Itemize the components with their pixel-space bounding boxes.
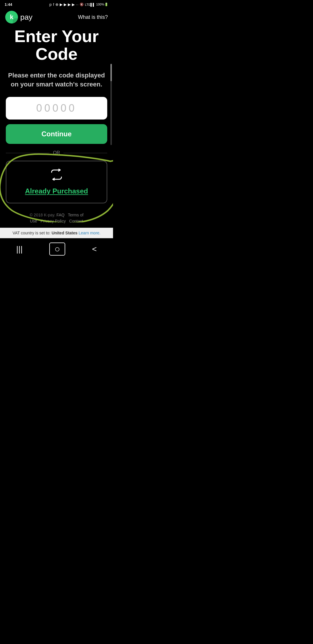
vat-country: United States <box>52 231 77 235</box>
or-divider: OR <box>6 150 107 155</box>
youtube-icon-2: ▶ <box>64 2 67 7</box>
pinterest-icon: 𝕡 <box>49 2 52 7</box>
back-button[interactable]: < <box>86 243 103 255</box>
main-content: Enter Your Code Please enter the code di… <box>0 28 113 228</box>
circle-annotation <box>0 144 113 222</box>
scrollbar-track[interactable] <box>110 64 112 145</box>
page-subtitle: Please enter the code displayed on your … <box>6 71 107 89</box>
vat-prefix: VAT country is set to: <box>12 231 50 235</box>
footer-privacy-link[interactable]: Privacy Policy <box>41 219 66 223</box>
footer-copyright: © 2018 K-pay. <box>30 213 55 217</box>
bottom-nav-bar: ||| ○ < <box>0 238 113 261</box>
vat-banner: VAT country is set to: United States Lea… <box>0 228 113 238</box>
home-button[interactable]: ○ <box>49 243 65 256</box>
what-is-this-link[interactable]: What is this? <box>78 14 108 20</box>
already-purchased-link[interactable]: Already Purchased <box>25 187 88 195</box>
or-line-left <box>6 153 50 153</box>
code-input[interactable] <box>12 102 101 114</box>
repeat-icon <box>49 169 64 183</box>
youtube-icon-3: ▶ <box>68 2 71 7</box>
status-bar: 1:44 𝕡 f ⊕ ▶ ▶ ▶ ▶ ··· 🔇 LTE▌▌ 100%🔋 <box>0 0 113 8</box>
signal-icon: LTE▌▌ <box>85 3 95 6</box>
more-icon: ··· <box>76 3 79 6</box>
mute-icon: 🔇 <box>80 3 84 6</box>
app-header: k pay What is this? <box>0 8 113 28</box>
or-line-right <box>63 153 107 153</box>
battery-icon: 100%🔋 <box>96 3 108 6</box>
recent-apps-button[interactable]: ||| <box>10 243 28 255</box>
youtube-icon-4: ▶ <box>72 2 75 7</box>
status-icons: 𝕡 f ⊕ ▶ ▶ ▶ ▶ ··· 🔇 LTE▌▌ 100%🔋 <box>49 2 108 7</box>
page-title: Enter Your Code <box>6 28 107 63</box>
app-logo: k <box>5 11 18 23</box>
scrollbar-thumb[interactable] <box>110 64 112 81</box>
already-purchased-box[interactable]: Already Purchased <box>6 161 107 203</box>
youtube-icon-1: ▶ <box>60 2 63 7</box>
logo-area: k pay <box>5 11 32 23</box>
continue-button[interactable]: Continue <box>6 124 107 144</box>
facebook-icon: f <box>53 2 54 7</box>
app-name: pay <box>20 13 32 22</box>
footer: © 2018 K-pay. FAQ Terms ofUse Privacy Po… <box>6 212 107 228</box>
status-time: 1:44 <box>5 2 12 7</box>
footer-contact-link[interactable]: Contact <box>69 219 83 223</box>
logo-letter: k <box>10 13 13 21</box>
or-text: OR <box>53 150 60 155</box>
chrome-icon: ⊕ <box>55 2 59 7</box>
vat-learn-more-link[interactable]: Learn more. <box>79 231 100 235</box>
code-input-wrapper[interactable] <box>6 97 107 120</box>
footer-faq-link[interactable]: FAQ <box>57 213 65 217</box>
